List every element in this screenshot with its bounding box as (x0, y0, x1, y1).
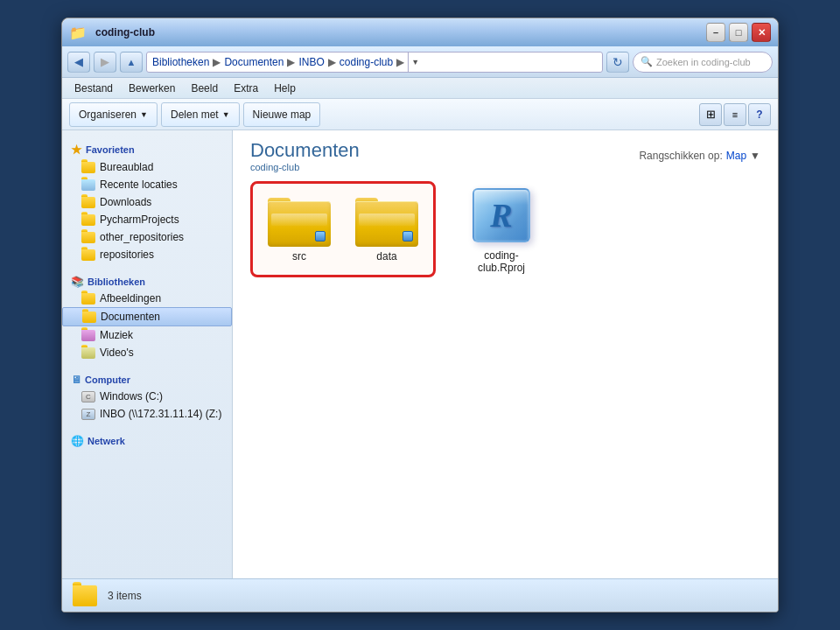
content-title: Documenten (250, 139, 360, 162)
sidebar-label-videos: Video's (100, 346, 134, 359)
computer-icon: 🖥 (71, 374, 81, 386)
sidebar-label-inbo-z: INBO (\\172.31.11.14) (Z:) (100, 408, 221, 420)
minimize-button[interactable]: – (706, 23, 725, 42)
up-button[interactable]: ▲ (120, 52, 143, 73)
sidebar-item-windows-c[interactable]: C Windows (C:) (62, 388, 232, 405)
rproj-icon: R (466, 185, 536, 246)
sidebar-label-afbeeldingen: Afbeeldingen (100, 292, 161, 304)
sidebar-item-afbeeldingen[interactable]: Afbeeldingen (62, 290, 232, 307)
sort-control: Rangschikken op: Map ▼ (639, 139, 760, 162)
drive-icon-z: Z (81, 409, 95, 420)
toolbar: Organiseren ▼ Delen met ▼ Nieuwe map ⊞ ≡… (62, 99, 778, 130)
maximize-button[interactable]: □ (729, 23, 748, 42)
close-button[interactable]: ✕ (752, 23, 771, 42)
search-icon: 🔍 (640, 56, 653, 67)
sort-label: Rangschikken op: (639, 150, 722, 162)
content-area: Documenten coding-club Rangschikken op: … (233, 130, 778, 578)
folder-icon-repositories (81, 249, 95, 261)
sidebar-item-repositories[interactable]: repositories (62, 246, 232, 263)
sidebar-favorites-header[interactable]: ★ Favorieten (62, 137, 232, 158)
status-folder-icon (73, 585, 97, 606)
title-bar-left: 📁 coding-club (69, 24, 155, 41)
sidebar-item-downloads[interactable]: Downloads (62, 193, 232, 211)
sidebar-computer-header[interactable]: 🖥 Computer (62, 368, 232, 388)
content-subtitle: coding-club (250, 162, 360, 172)
menu-bewerken[interactable]: Bewerken (122, 80, 182, 96)
breadcrumb-inbo[interactable]: INBO (298, 56, 324, 68)
sidebar-label-recente: Recente locaties (100, 178, 178, 191)
organize-arrow: ▼ (140, 110, 148, 119)
search-box[interactable]: 🔍 Zoeken in coding-club (633, 52, 773, 73)
sidebar-label-documenten: Documenten (101, 311, 160, 323)
sort-arrow: ▼ (750, 150, 760, 162)
refresh-button[interactable]: ↻ (606, 52, 629, 73)
sort-value[interactable]: Map (726, 150, 746, 162)
file-item-data[interactable]: data (347, 191, 426, 268)
forward-button[interactable]: ▶ (94, 52, 116, 73)
view-icons-button[interactable]: ⊞ (699, 103, 722, 126)
file-item-src[interactable]: src (260, 191, 339, 268)
new-folder-label: Nieuwe map (253, 108, 312, 121)
file-grid: src data (233, 172, 778, 578)
sidebar-network-header[interactable]: 🌐 Netwerk (62, 430, 232, 449)
breadcrumb-coding-club[interactable]: coding-club (340, 56, 393, 68)
sidebar-item-recente[interactable]: Recente locaties (62, 176, 232, 193)
sidebar-label-downloads: Downloads (100, 196, 151, 208)
sidebar-item-inbo-z[interactable]: Z INBO (\\172.31.11.14) (Z:) (62, 405, 232, 423)
selection-group: src data (250, 181, 436, 277)
sidebar-sep-1 (62, 263, 232, 270)
menu-extra[interactable]: Extra (227, 80, 265, 96)
menu-help[interactable]: Help (267, 80, 303, 96)
r-letter: R (490, 196, 512, 234)
help-button[interactable]: ? (748, 103, 771, 126)
folder-icon-src (268, 194, 331, 247)
new-folder-button[interactable]: Nieuwe map (243, 102, 321, 127)
folder-icon-other-repos (81, 232, 95, 243)
share-button[interactable]: Delen met ▼ (161, 102, 240, 127)
sidebar-label-windows-c: Windows (C:) (100, 390, 163, 402)
menu-bestand[interactable]: Bestand (67, 80, 120, 96)
breadcrumb-documenten[interactable]: Documenten (224, 56, 284, 68)
title-bar: 📁 coding-club – □ ✕ (62, 18, 778, 46)
folder-icon-documenten (82, 312, 96, 323)
sidebar-item-other-repos[interactable]: other_repositories (62, 228, 232, 246)
sidebar-item-muziek[interactable]: Muziek (62, 326, 232, 344)
sidebar-item-bureaublad[interactable]: Bureaublad (62, 158, 232, 176)
view-buttons: ⊞ ≡ ? (699, 103, 771, 126)
sidebar-item-videos[interactable]: Video's (62, 344, 232, 361)
network-label: Netwerk (88, 436, 125, 446)
organize-button[interactable]: Organiseren ▼ (69, 102, 158, 127)
favorites-label: Favorieten (86, 144, 135, 155)
drive-icon-c: C (81, 391, 95, 402)
status-item-count: 3 items (108, 590, 142, 602)
sidebar-item-pycharm[interactable]: PycharmProjects (62, 211, 232, 228)
content-title-area: Documenten coding-club (250, 139, 360, 172)
folder-icon-recente (81, 179, 95, 191)
file-label-rproj: coding-club.Rproj (466, 249, 537, 274)
address-dropdown[interactable]: ▼ (408, 52, 422, 73)
folder-icon-data (355, 194, 418, 247)
folder-icon-afbeeldingen (81, 293, 95, 304)
sidebar-sep-3 (62, 423, 232, 430)
computer-label: Computer (85, 374, 130, 385)
search-placeholder: Zoeken in coding-club (656, 57, 751, 67)
star-icon: ★ (71, 143, 82, 157)
network-icon: 🌐 (71, 435, 84, 447)
back-button[interactable]: ◀ (67, 52, 90, 73)
sidebar-label-pycharm: PycharmProjects (100, 214, 179, 226)
status-bar: 3 items (62, 578, 778, 612)
breadcrumb-bibliotheken[interactable]: Bibliotheken (152, 56, 209, 68)
folder-icon-downloads (81, 197, 95, 208)
r-box: R (472, 188, 530, 242)
address-box[interactable]: Bibliotheken ▶ Documenten ▶ INBO ▶ codin… (146, 52, 603, 73)
title-bar-controls: – □ ✕ (706, 23, 771, 42)
sidebar-item-documenten[interactable]: Documenten (62, 307, 232, 326)
menu-beeld[interactable]: Beeld (184, 80, 225, 96)
file-item-rproj[interactable]: R coding-club.Rproj (462, 181, 541, 277)
explorer-window: 📁 coding-club – □ ✕ ◀ ▶ ▲ Bibliotheken ▶… (61, 18, 779, 612)
sidebar-libraries-header[interactable]: 📚 Bibliotheken (62, 270, 232, 290)
window-title: coding-club (95, 26, 155, 38)
libraries-label: Bibliotheken (88, 276, 145, 287)
view-details-button[interactable]: ≡ (724, 103, 746, 126)
folder-icon-muziek (81, 330, 95, 341)
